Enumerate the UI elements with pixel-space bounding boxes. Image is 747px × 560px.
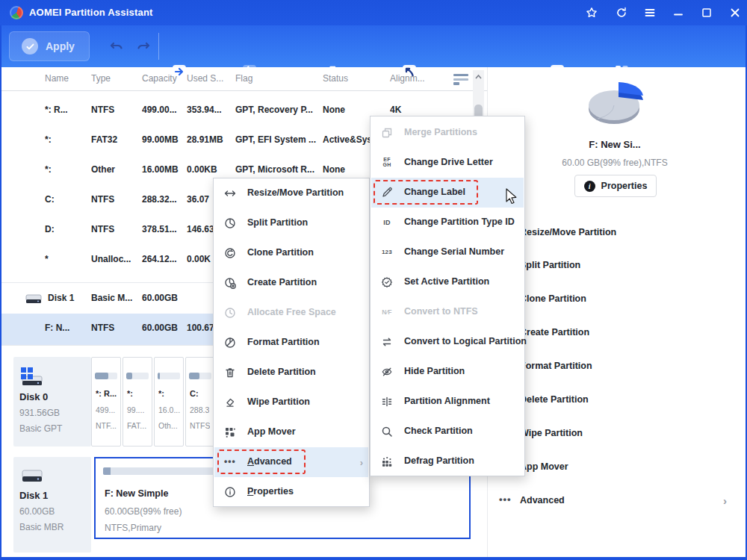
cell-name: D: [45,224,88,234]
usage-bar [158,373,180,379]
col-align[interactable]: Alignm... [390,73,425,84]
submenu-item-change-serial[interactable]: 123 Change Serial Number [371,237,524,267]
cell-used: 28.91MB [187,134,233,145]
menu-item-label: Set Active Partition [404,276,489,287]
disk0-partition-block[interactable]: C: 288.3 NTFS [185,357,215,447]
disk0-partition-block[interactable]: *: 99.... FAT... [123,357,152,447]
delete-partition-icon [224,367,236,379]
create-partition-icon [224,277,236,289]
col-type[interactable]: Type [91,73,111,84]
action-app-mover[interactable]: App Mover [488,456,746,477]
undo-button[interactable] [109,38,125,55]
submenu-item-change-drive-letter[interactable]: EFGH Change Drive Letter [371,148,524,178]
chevron-right-icon: › [723,494,727,507]
maximize-icon[interactable] [701,7,713,19]
submenu-item-merge: Merge Partitions [371,118,524,148]
scroll-up-icon[interactable] [473,72,484,82]
info-icon: i [584,181,595,192]
action-format[interactable]: Format Partition [488,355,746,376]
list-view-icon[interactable] [453,72,469,86]
action-label: Advanced [520,495,565,505]
action-label: Wipe Partition [520,428,583,438]
titlebar: AOMEI Partition Assistant [0,0,747,25]
cell-type: NTFS [91,194,139,205]
menu-item-label: Clone Partition [247,247,314,258]
submenu-item-check[interactable]: Check Partition [371,417,524,447]
disk1-card[interactable]: Disk 1 60.00GB Basic MBR [13,457,91,553]
submenu-item-defrag[interactable]: Defrag Partition [371,447,524,476]
action-label: Create Partition [520,327,589,337]
menu-item-split[interactable]: Split Partition [214,208,368,238]
app-logo-icon [10,6,23,19]
menu-item-label: Change Partition Type ID [404,217,515,227]
submenu-item-change-type-id[interactable]: ID Change Partition Type ID [371,208,524,237]
disk0-partition-block[interactable]: *: R... 499... NTF... [91,357,121,447]
disk0-type: Basic GPT [19,423,62,434]
hamburger-icon[interactable] [644,7,656,19]
col-used[interactable]: Used S... [187,73,223,84]
format-partition-icon [224,337,236,349]
menu-item-properties[interactable]: Properties [214,477,368,507]
menu-item-resize-move[interactable]: Resize/Move Partition [214,178,368,208]
menu-item-label: Partition Alignment [404,396,490,406]
submenu-item-hide[interactable]: Hide Partition [371,357,524,387]
set-active-icon [381,276,393,288]
menu-item-label: Wipe Partition [247,396,310,407]
action-resize-move[interactable]: Resize/Move Partition [488,222,746,243]
cell-capacity: 378.51... [142,224,185,234]
col-flag[interactable]: Flag [235,73,252,84]
partition-size: 60.00GB(99% free) [105,506,182,517]
action-delete[interactable]: Delete Partition [488,389,746,410]
close-icon[interactable] [729,7,741,19]
menu-item-delete[interactable]: Delete Partition [214,358,368,388]
properties-button[interactable]: i Properties [574,175,657,197]
redo-button[interactable] [134,38,151,55]
cell-capacity: 499.00... [142,105,185,115]
disk0-card[interactable]: Disk 0 931.56GB Basic GPT [13,357,91,447]
cell-flag: GPT, Recovery P... [235,105,322,115]
submenu-item-set-active[interactable]: Set Active Partition [371,267,524,297]
submenu-item-alignment[interactable]: Partition Alignment [371,387,524,417]
menu-item-app-mover[interactable]: App Mover [214,417,368,447]
col-capacity[interactable]: Capacity [142,73,177,84]
submenu-item-convert-ntfs: N⁄F Convert to NTFS [371,297,524,327]
col-name[interactable]: Name [45,73,69,84]
menu-item-label: Change Serial Number [404,246,504,257]
serial-number-icon: 123 [381,246,393,258]
partition-fs: FAT... [127,421,146,430]
action-wipe[interactable]: Wipe Partition [488,423,746,444]
menu-item-format[interactable]: Format Partition [214,328,368,358]
minimize-icon[interactable] [672,7,684,19]
star-icon[interactable] [586,7,598,19]
apply-check-icon [22,38,38,55]
toolbar-separator [158,33,159,60]
advanced-submenu: Merge Partitions EFGH Change Drive Lette… [370,116,525,476]
disk1-name: Disk 1 [19,490,48,501]
action-advanced[interactable]: ••• Advanced › [488,490,746,511]
right-panel: F: New Si... 60.00 GB(99% free),NTFS i P… [487,67,746,557]
menu-item-wipe[interactable]: Wipe Partition [214,388,368,417]
disk0-partition-block[interactable]: *: 16.0... Oth... [154,357,184,447]
cell-used: 353.94... [187,105,233,115]
change-label-highlight-box [374,180,478,205]
selected-partition-info: 60.00 GB(99% free),NTFS [488,158,742,168]
cell-type: Other [91,164,139,175]
menu-item-advanced[interactable]: ••• Advanced › [214,447,368,477]
submenu-item-change-label[interactable]: Change Label [371,178,524,208]
usage-bar [95,373,117,379]
menu-item-label: Defrag Partition [404,455,474,466]
col-status[interactable]: Status [323,73,348,84]
menu-item-clone[interactable]: Clone Partition [214,238,368,268]
action-split[interactable]: Split Partition [488,255,746,276]
action-label: Delete Partition [520,394,589,405]
action-clone[interactable]: Clone Partition [488,288,746,309]
apply-button[interactable]: Apply [9,31,90,61]
menu-item-label: Convert to Logical Partition [404,336,527,346]
menu-item-create[interactable]: Create Partition [214,268,368,298]
refresh-icon[interactable] [616,7,627,19]
cell-type: FAT32 [91,134,139,145]
check-partition-icon [381,426,393,438]
submenu-item-convert-logical[interactable]: Convert to Logical Partition [371,327,524,357]
action-label: Resize/Move Partition [520,227,616,237]
menu-item-label: Merge Partitions [404,127,477,137]
